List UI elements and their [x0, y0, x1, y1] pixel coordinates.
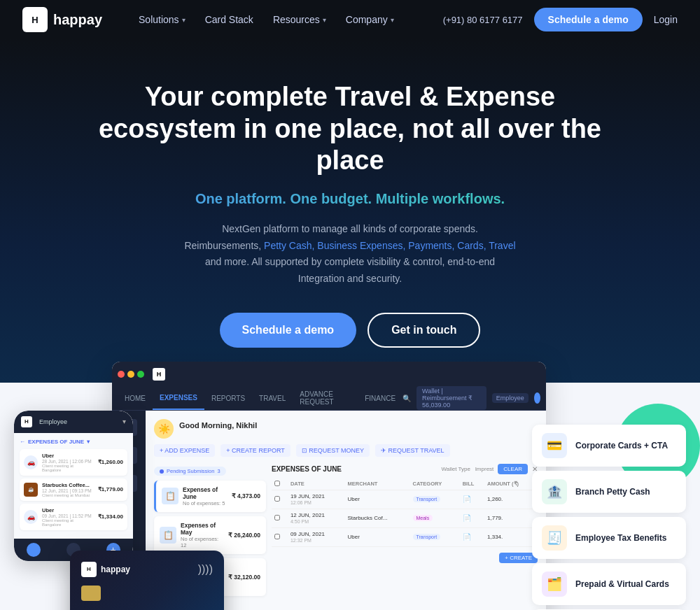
desktop-topbar: H: [112, 362, 546, 387]
branch-cash-icon: 🏦: [542, 479, 567, 504]
credit-card-mockup: H happay )))) 4000 0000 0000 0123 FROM 0…: [70, 551, 224, 610]
mobile-expense-icon: 🚗: [24, 510, 38, 524]
mobile-expense-icon: ☕: [24, 483, 38, 497]
feature-card-corporate-cards[interactable]: 💳 Corporate Cards + CTA: [532, 425, 686, 467]
mobile-expense-row[interactable]: ☕ Starbucks Coffee... 12 Jun, 2021 | 09:…: [20, 478, 127, 501]
prepaid-cards-icon: 🗂️: [542, 572, 567, 597]
card-top: H happay )))): [81, 562, 213, 577]
expense-card-info: Expenses of June No of expenses: 5: [183, 486, 227, 506]
desktop-nav-reports[interactable]: REPORTS: [204, 386, 252, 410]
row-checkbox[interactable]: [272, 527, 288, 546]
row-category: Meals: [410, 509, 460, 527]
feature-card-tax-benefits[interactable]: 🧾 Employee Tax Benefits: [532, 517, 686, 559]
select-all-checkbox[interactable]: [274, 481, 280, 486]
mobile-expense-date: 12 Jun, 2021 | 09:13 PM: [42, 488, 94, 493]
dashboard-section: H Employee ▾ ← EXPENSES OF JUNE ▾ 🚗 Uber…: [0, 383, 700, 610]
chevron-down-icon: ▾: [391, 16, 394, 24]
mobile-expense-date: 28 Jun, 2021 | 12:06 PM: [42, 459, 94, 464]
hero-headline: Your complete Travel & Expense ecosystem…: [84, 81, 616, 177]
pending-submission-badge: Pending Submission 3: [154, 464, 266, 476]
schedule-demo-hero-button[interactable]: Schedule a demo: [220, 313, 357, 348]
main-panel-header: EXPENSES OF JUNE Wallet Type Imprest CLE…: [272, 464, 538, 474]
mobile-expense-row[interactable]: 🚗 Uber 09 Jun, 2021 | 11:52 PM Client me…: [20, 504, 127, 530]
table-row[interactable]: 12 JUN, 20214:50 PM Starbucks Cof... Mea…: [272, 509, 538, 527]
row-amount: 1,779.: [484, 509, 538, 527]
request-travel-button[interactable]: ✈ REQUEST TRAVEL: [375, 444, 450, 457]
create-button-row: + CREATE: [272, 553, 538, 563]
feature-label: Branch Petty Cash: [575, 487, 650, 497]
create-report-button[interactable]: + CREATE REPORT: [220, 444, 290, 457]
expense-card-icon: 📋: [160, 527, 176, 544]
col-bill: BILL: [460, 478, 484, 490]
row-category: Transport: [410, 490, 460, 509]
minimize-dot: [127, 371, 134, 378]
card-nfc-icon: )))): [198, 563, 213, 576]
mobile-dropdown-icon: ▾: [122, 418, 126, 425]
mobile-expense-name: Starbucks Coffee...: [42, 482, 94, 488]
mobile-expense-note: Client meeting at Bangalore: [42, 464, 94, 472]
expense-card-june[interactable]: 📋 Expenses of June No of expenses: 5 ₹ 4…: [154, 481, 266, 512]
schedule-demo-nav-button[interactable]: Schedule a demo: [534, 8, 643, 31]
desktop-nav-expenses[interactable]: EXPENSES: [153, 386, 204, 410]
col-date: DATE: [288, 478, 345, 490]
desktop-nav-right: 🔍 Wallet | Reimbursement ₹ 56,039.00 Emp…: [402, 386, 540, 410]
logo-icon: H: [22, 7, 48, 32]
expense-card-may[interactable]: 📋 Expenses of May No of expenses: 12 ₹ 2…: [154, 516, 266, 554]
mobile-expense-date: 09 Jun, 2021 | 11:52 PM: [42, 513, 94, 518]
mobile-expense-icon: 🚗: [24, 455, 38, 469]
feature-card-prepaid-cards[interactable]: 🗂️ Prepaid & Virtual Cards: [532, 563, 686, 605]
table-body: 19 JUN, 202112:06 PM Uber Transport 📄 1,…: [272, 490, 538, 546]
desktop-nav-finance[interactable]: FINANCE: [358, 386, 402, 410]
desktop-nav-home[interactable]: HOME: [118, 386, 153, 410]
login-button[interactable]: Login: [654, 14, 678, 25]
hero-subheadline: One platform. One budget. Multiple workf…: [14, 191, 686, 207]
row-merchant: Uber: [344, 490, 410, 509]
search-icon[interactable]: 🔍: [402, 395, 411, 402]
col-checkbox: [272, 478, 288, 490]
nav-company[interactable]: Company ▾: [337, 8, 402, 31]
mobile-expense-info: Uber 28 Jun, 2021 | 12:06 PM Client meet…: [42, 453, 94, 472]
desktop-nav-travel[interactable]: TRAVEL: [252, 386, 293, 410]
employee-selector[interactable]: Employee: [492, 393, 528, 403]
logo[interactable]: H happay: [22, 7, 102, 32]
nav-solutions[interactable]: Solutions ▾: [130, 8, 194, 31]
feature-cards-panel: 💳 Corporate Cards + CTA 🏦 Branch Petty C…: [532, 425, 686, 610]
desktop-nav: HOME EXPENSES REPORTS TRAVEL ADVANCE REQ…: [112, 387, 546, 411]
chevron-down-icon: ▾: [182, 16, 186, 24]
clear-button[interactable]: CLEAR: [498, 464, 528, 474]
mobile-expense-name: Uber: [42, 453, 94, 459]
mobile-topbar: H Employee ▾: [14, 411, 133, 433]
row-checkbox[interactable]: [272, 490, 288, 509]
add-expense-button[interactable]: + ADD EXPENSE: [154, 444, 215, 457]
nav-resources[interactable]: Resources ▾: [265, 8, 335, 31]
table-row[interactable]: 09 JUN, 202112:32 PM Uber Transport 📄 1,…: [272, 527, 538, 546]
user-avatar: [534, 392, 540, 404]
table-row[interactable]: 19 JUN, 202112:06 PM Uber Transport 📄 1,…: [272, 490, 538, 509]
row-date: 12 JUN, 20214:50 PM: [288, 509, 345, 527]
row-date: 19 JUN, 202112:06 PM: [288, 490, 345, 509]
feature-card-branch-petty-cash[interactable]: 🏦 Branch Petty Cash: [532, 471, 686, 513]
card-brand-icon: H: [81, 562, 97, 577]
table-header: DATE MERCHANT CATEGORY BILL AMOUNT (₹): [272, 478, 538, 490]
desktop-nav-advance[interactable]: ADVANCE REQUEST: [293, 386, 358, 410]
mobile-home-icon[interactable]: [27, 543, 41, 557]
mobile-expense-amount: ₹1,779.00: [98, 486, 123, 492]
col-category: CATEGORY: [410, 478, 460, 490]
row-date: 09 JUN, 202112:32 PM: [288, 527, 345, 546]
feature-label: Prepaid & Virtual Cards: [575, 579, 669, 589]
request-money-button[interactable]: ⊡ REQUEST MONEY: [296, 444, 370, 457]
feature-label: Employee Tax Benefits: [575, 533, 667, 543]
desktop-greeting-row: ☀️ Good Morning, Nikhil: [154, 419, 538, 439]
mobile-section-title: ← EXPENSES OF JUNE ▾: [20, 439, 127, 445]
row-amount: 1,260.: [484, 490, 538, 509]
mobile-content: ← EXPENSES OF JUNE ▾ 🚗 Uber 28 Jun, 2021…: [14, 433, 133, 539]
mobile-expense-row[interactable]: 🚗 Uber 28 Jun, 2021 | 12:06 PM Client me…: [20, 449, 127, 476]
hero-cta-buttons: Schedule a demo Get in touch: [14, 313, 686, 348]
desktop-logo-icon: H: [153, 368, 165, 381]
navigation: H happay Solutions ▾ Card Stack Resource…: [0, 0, 700, 39]
mobile-expense-name: Uber: [42, 507, 94, 513]
row-checkbox[interactable]: [272, 509, 288, 527]
nav-card-stack[interactable]: Card Stack: [197, 8, 262, 31]
mobile-expense-note: Client meeting at Mumbai: [42, 493, 94, 497]
get-in-touch-button[interactable]: Get in touch: [368, 313, 480, 348]
